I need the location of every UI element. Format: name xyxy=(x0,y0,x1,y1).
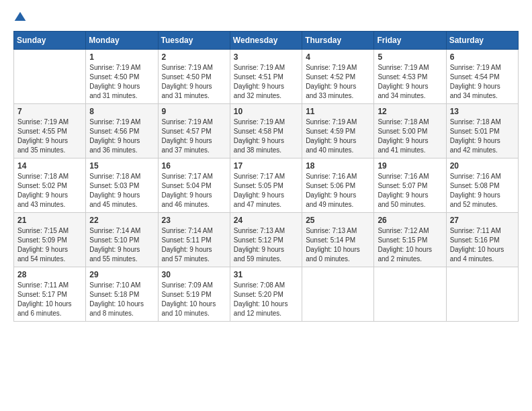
day-header-friday: Friday xyxy=(374,32,446,50)
calendar-cell: 24Sunrise: 7:13 AMSunset: 5:12 PMDayligh… xyxy=(230,213,302,267)
day-info: Sunrise: 7:13 AMSunset: 5:14 PMDaylight:… xyxy=(306,226,370,264)
day-info: Sunrise: 7:10 AMSunset: 5:18 PMDaylight:… xyxy=(89,281,154,318)
day-number: 14 xyxy=(17,161,82,171)
day-number: 25 xyxy=(306,216,370,225)
day-number: 4 xyxy=(306,52,370,62)
day-info: Sunrise: 7:15 AMSunset: 5:09 PMDaylight:… xyxy=(17,226,82,264)
day-number: 24 xyxy=(234,216,298,225)
day-info: Sunrise: 7:18 AMSunset: 5:03 PMDaylight:… xyxy=(89,172,154,210)
calendar-cell: 26Sunrise: 7:12 AMSunset: 5:15 PMDayligh… xyxy=(374,213,446,267)
logo xyxy=(13,11,30,24)
day-header-saturday: Saturday xyxy=(446,32,518,50)
calendar-cell: 4Sunrise: 7:19 AMSunset: 4:52 PMDaylight… xyxy=(302,50,374,104)
day-info: Sunrise: 7:19 AMSunset: 4:53 PMDaylight:… xyxy=(378,63,442,101)
calendar-cell xyxy=(446,267,518,322)
day-number: 11 xyxy=(306,107,370,116)
calendar-week-row: 14Sunrise: 7:18 AMSunset: 5:02 PMDayligh… xyxy=(14,158,519,213)
day-number: 16 xyxy=(162,161,226,171)
calendar-cell: 11Sunrise: 7:19 AMSunset: 4:59 PMDayligh… xyxy=(302,104,374,158)
day-number: 23 xyxy=(162,216,226,225)
calendar-cell: 7Sunrise: 7:19 AMSunset: 4:55 PMDaylight… xyxy=(14,104,86,158)
day-info: Sunrise: 7:19 AMSunset: 4:54 PMDaylight:… xyxy=(450,63,515,101)
day-info: Sunrise: 7:17 AMSunset: 5:05 PMDaylight:… xyxy=(234,172,298,210)
day-info: Sunrise: 7:19 AMSunset: 4:57 PMDaylight:… xyxy=(162,118,226,155)
day-info: Sunrise: 7:19 AMSunset: 4:52 PMDaylight:… xyxy=(306,63,370,101)
day-info: Sunrise: 7:11 AMSunset: 5:17 PMDaylight:… xyxy=(17,281,82,318)
day-info: Sunrise: 7:19 AMSunset: 4:56 PMDaylight:… xyxy=(89,118,154,155)
day-header-tuesday: Tuesday xyxy=(158,32,230,50)
calendar-cell: 31Sunrise: 7:08 AMSunset: 5:20 PMDayligh… xyxy=(230,267,302,322)
calendar-cell: 20Sunrise: 7:16 AMSunset: 5:08 PMDayligh… xyxy=(446,158,518,213)
day-info: Sunrise: 7:17 AMSunset: 5:04 PMDaylight:… xyxy=(162,172,226,210)
calendar-table: SundayMondayTuesdayWednesdayThursdayFrid… xyxy=(13,31,519,322)
calendar-cell: 17Sunrise: 7:17 AMSunset: 5:05 PMDayligh… xyxy=(230,158,302,213)
calendar-cell: 25Sunrise: 7:13 AMSunset: 5:14 PMDayligh… xyxy=(302,213,374,267)
calendar-week-row: 28Sunrise: 7:11 AMSunset: 5:17 PMDayligh… xyxy=(14,267,519,322)
calendar-week-row: 1Sunrise: 7:19 AMSunset: 4:50 PMDaylight… xyxy=(14,50,519,104)
day-number: 30 xyxy=(162,270,226,279)
calendar-cell: 16Sunrise: 7:17 AMSunset: 5:04 PMDayligh… xyxy=(158,158,230,213)
day-info: Sunrise: 7:19 AMSunset: 4:51 PMDaylight:… xyxy=(234,63,298,101)
calendar-week-row: 21Sunrise: 7:15 AMSunset: 5:09 PMDayligh… xyxy=(14,213,519,267)
day-info: Sunrise: 7:13 AMSunset: 5:12 PMDaylight:… xyxy=(234,226,298,264)
calendar-cell: 14Sunrise: 7:18 AMSunset: 5:02 PMDayligh… xyxy=(14,158,86,213)
day-info: Sunrise: 7:12 AMSunset: 5:15 PMDaylight:… xyxy=(378,226,442,264)
day-number: 6 xyxy=(450,52,515,62)
day-info: Sunrise: 7:18 AMSunset: 5:02 PMDaylight:… xyxy=(17,172,82,210)
day-number: 12 xyxy=(378,107,442,116)
day-info: Sunrise: 7:16 AMSunset: 5:08 PMDaylight:… xyxy=(450,172,515,210)
day-header-thursday: Thursday xyxy=(302,32,374,50)
day-number: 21 xyxy=(17,216,82,225)
calendar-cell: 22Sunrise: 7:14 AMSunset: 5:10 PMDayligh… xyxy=(86,213,158,267)
day-info: Sunrise: 7:14 AMSunset: 5:11 PMDaylight:… xyxy=(162,226,226,264)
day-info: Sunrise: 7:19 AMSunset: 4:50 PMDaylight:… xyxy=(162,63,226,101)
day-number: 3 xyxy=(234,52,298,62)
day-number: 31 xyxy=(234,270,298,279)
day-number: 15 xyxy=(89,161,154,171)
day-info: Sunrise: 7:18 AMSunset: 5:00 PMDaylight:… xyxy=(378,118,442,155)
calendar-cell: 10Sunrise: 7:19 AMSunset: 4:58 PMDayligh… xyxy=(230,104,302,158)
calendar-cell: 2Sunrise: 7:19 AMSunset: 4:50 PMDaylight… xyxy=(158,50,230,104)
calendar-cell: 23Sunrise: 7:14 AMSunset: 5:11 PMDayligh… xyxy=(158,213,230,267)
calendar-cell: 3Sunrise: 7:19 AMSunset: 4:51 PMDaylight… xyxy=(230,50,302,104)
calendar-cell: 19Sunrise: 7:16 AMSunset: 5:07 PMDayligh… xyxy=(374,158,446,213)
day-number: 8 xyxy=(89,107,154,116)
calendar-cell xyxy=(302,267,374,322)
day-info: Sunrise: 7:19 AMSunset: 4:58 PMDaylight:… xyxy=(234,118,298,155)
day-number: 22 xyxy=(89,216,154,225)
calendar-cell: 29Sunrise: 7:10 AMSunset: 5:18 PMDayligh… xyxy=(86,267,158,322)
day-header-sunday: Sunday xyxy=(14,32,86,50)
day-number: 28 xyxy=(17,270,82,279)
day-info: Sunrise: 7:16 AMSunset: 5:07 PMDaylight:… xyxy=(378,172,442,210)
day-number: 10 xyxy=(234,107,298,116)
calendar-cell: 1Sunrise: 7:19 AMSunset: 4:50 PMDaylight… xyxy=(86,50,158,104)
day-number: 17 xyxy=(234,161,298,171)
day-info: Sunrise: 7:19 AMSunset: 4:59 PMDaylight:… xyxy=(306,118,370,155)
calendar-cell: 28Sunrise: 7:11 AMSunset: 5:17 PMDayligh… xyxy=(14,267,86,322)
calendar-cell: 6Sunrise: 7:19 AMSunset: 4:54 PMDaylight… xyxy=(446,50,518,104)
calendar-cell: 12Sunrise: 7:18 AMSunset: 5:00 PMDayligh… xyxy=(374,104,446,158)
calendar-cell: 27Sunrise: 7:11 AMSunset: 5:16 PMDayligh… xyxy=(446,213,518,267)
day-number: 7 xyxy=(17,107,82,116)
day-info: Sunrise: 7:09 AMSunset: 5:19 PMDaylight:… xyxy=(162,281,226,318)
day-info: Sunrise: 7:08 AMSunset: 5:20 PMDaylight:… xyxy=(234,281,298,318)
day-header-monday: Monday xyxy=(86,32,158,50)
day-number: 20 xyxy=(450,161,515,171)
day-number: 27 xyxy=(450,216,515,225)
logo-icon xyxy=(13,11,27,24)
svg-marker-0 xyxy=(15,12,26,21)
calendar-cell: 5Sunrise: 7:19 AMSunset: 4:53 PMDaylight… xyxy=(374,50,446,104)
day-number: 26 xyxy=(378,216,442,225)
day-number: 18 xyxy=(306,161,370,171)
day-info: Sunrise: 7:18 AMSunset: 5:01 PMDaylight:… xyxy=(450,118,515,155)
day-info: Sunrise: 7:19 AMSunset: 4:55 PMDaylight:… xyxy=(17,118,82,155)
day-number: 29 xyxy=(89,270,154,279)
day-number: 2 xyxy=(162,52,226,62)
calendar-cell: 9Sunrise: 7:19 AMSunset: 4:57 PMDaylight… xyxy=(158,104,230,158)
day-number: 19 xyxy=(378,161,442,171)
calendar-header-row: SundayMondayTuesdayWednesdayThursdayFrid… xyxy=(14,32,519,50)
day-header-wednesday: Wednesday xyxy=(230,32,302,50)
day-number: 13 xyxy=(450,107,515,116)
calendar-cell: 21Sunrise: 7:15 AMSunset: 5:09 PMDayligh… xyxy=(14,213,86,267)
calendar-cell: 15Sunrise: 7:18 AMSunset: 5:03 PMDayligh… xyxy=(86,158,158,213)
